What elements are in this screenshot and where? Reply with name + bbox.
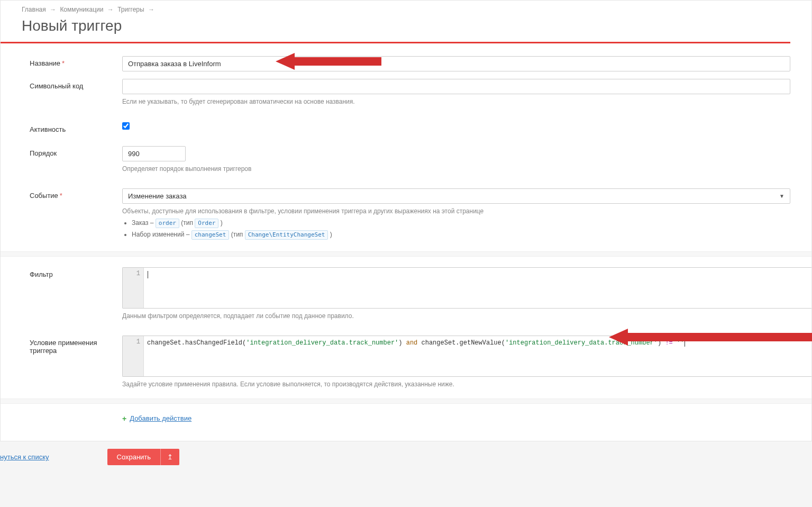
editor-code[interactable] — [144, 268, 811, 308]
label-event: Событие* — [1, 188, 122, 200]
symcode-input[interactable] — [122, 79, 790, 94]
section-divider — [1, 399, 811, 404]
add-action-label: Добавить действие — [130, 414, 191, 422]
breadcrumb-sep: → — [148, 6, 154, 13]
arrow-up-icon: ↥ — [167, 453, 173, 461]
save-button[interactable]: Сохранить — [107, 449, 161, 465]
token-order: order — [156, 219, 179, 228]
text-cursor-icon — [148, 271, 148, 278]
name-input[interactable] — [122, 56, 790, 71]
order-input[interactable] — [122, 146, 186, 161]
add-action-link[interactable]: + Добавить действие — [122, 414, 191, 423]
label-condition: Условие применения триггера — [1, 336, 122, 355]
order-help: Определяет порядок выполнения триггеров — [122, 165, 790, 174]
condition-help: Задайте условие применения правила. Если… — [122, 380, 811, 389]
filter-help: Данным фильтром определяется, подпадает … — [122, 312, 811, 321]
filter-code-editor[interactable]: 1 — [122, 267, 811, 309]
plus-icon: + — [122, 414, 126, 423]
title-divider — [1, 42, 790, 43]
editor-code[interactable]: changeSet.hasChangedField('integration_d… — [144, 336, 811, 376]
event-object-item: Набор изменений – changeSet (тип Change\… — [132, 230, 790, 240]
required-icon: * — [60, 192, 62, 200]
breadcrumb: Главная → Коммуникации → Триггеры → — [1, 1, 811, 15]
token-order-type: Order — [195, 219, 218, 228]
condition-code-editor[interactable]: 1 changeSet.hasChangedField('integration… — [122, 336, 811, 377]
label-name: Название* — [1, 56, 122, 67]
label-order: Порядок — [1, 146, 122, 157]
event-select-value: Изменение заказа — [128, 192, 187, 200]
caret-down-icon: ▼ — [779, 193, 784, 199]
event-object-item: Заказ – order (тип Order ) — [132, 219, 790, 228]
breadcrumb-home[interactable]: Главная — [22, 6, 46, 13]
section-divider — [1, 251, 811, 257]
page-title: Новый триггер — [1, 15, 811, 42]
event-help: Объекты, доступные для использования в ф… — [122, 207, 790, 216]
activity-checkbox[interactable] — [122, 122, 130, 130]
editor-gutter: 1 — [123, 336, 144, 376]
save-and-up-button[interactable]: ↥ — [160, 449, 179, 465]
back-to-list-link[interactable]: нуться к списку — [0, 453, 49, 461]
breadcrumb-communications[interactable]: Коммуникации — [60, 6, 103, 13]
token-changeset-type: Change\EntityChangeSet — [245, 230, 329, 240]
token-changeset: changeSet — [191, 230, 230, 240]
label-symcode: Символьный код — [1, 79, 122, 90]
label-empty — [1, 414, 122, 418]
event-objects-list: Заказ – order (тип Order ) Набор изменен… — [132, 219, 790, 240]
symcode-help: Если не указывать, то будет сгенерирован… — [122, 97, 790, 106]
text-cursor-icon — [685, 339, 685, 347]
breadcrumb-sep: → — [50, 6, 56, 13]
label-filter: Фильтр — [1, 267, 122, 278]
editor-gutter: 1 — [123, 268, 144, 308]
required-icon: * — [62, 59, 65, 67]
label-activity: Активность — [1, 122, 122, 133]
breadcrumb-sep: → — [107, 6, 114, 13]
event-select[interactable]: Изменение заказа ▼ — [122, 188, 790, 204]
breadcrumb-triggers[interactable]: Триггеры — [117, 6, 144, 13]
